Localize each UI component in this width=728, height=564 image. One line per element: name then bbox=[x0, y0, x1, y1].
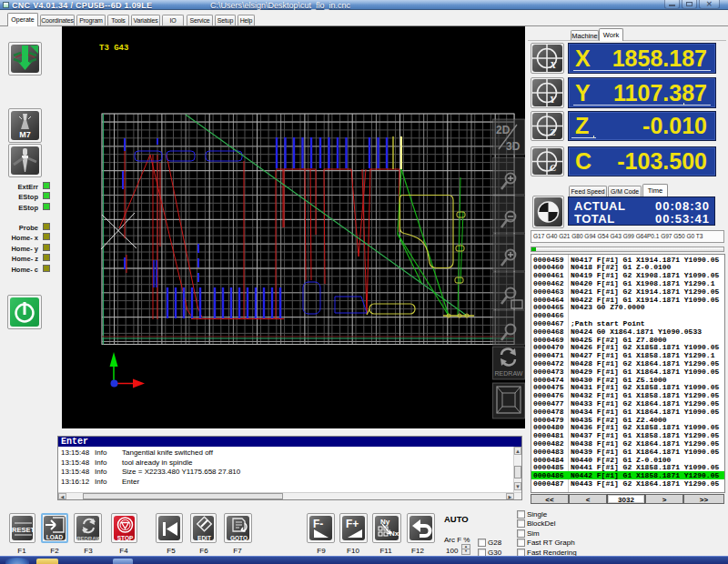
svg-text:F+: F+ bbox=[346, 518, 359, 530]
svg-text:GOTO: GOTO bbox=[230, 535, 248, 541]
svg-text:3D: 3D bbox=[506, 140, 521, 153]
svg-text:RESET: RESET bbox=[12, 526, 33, 534]
svg-text:REDRAW: REDRAW bbox=[76, 536, 99, 541]
svg-text:Z: Z bbox=[549, 126, 556, 137]
svg-text:EDIT: EDIT bbox=[197, 535, 211, 541]
svg-text:X: X bbox=[549, 59, 557, 70]
svg-text:C: C bbox=[550, 162, 557, 173]
svg-text:2D: 2D bbox=[496, 124, 511, 136]
svg-text:REDRAW: REDRAW bbox=[495, 370, 523, 377]
svg-text:M7: M7 bbox=[19, 130, 31, 139]
svg-text:STOP: STOP bbox=[117, 535, 134, 541]
svg-text:Ny: Ny bbox=[380, 518, 390, 526]
svg-text:LOAD: LOAD bbox=[46, 534, 64, 540]
svg-text:F-: F- bbox=[313, 518, 323, 530]
